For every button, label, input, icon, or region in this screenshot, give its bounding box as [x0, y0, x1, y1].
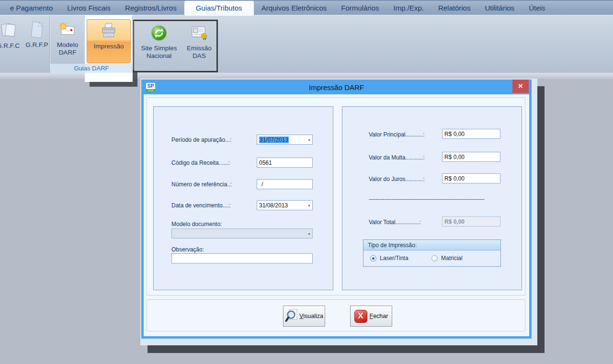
laser-tinta-label: Laser/Tinta — [380, 255, 409, 262]
page-icon — [30, 20, 44, 40]
modelo-darf-label: Modelo DARF — [52, 41, 83, 57]
tab-livros-fiscais[interactable]: Livros Fiscais — [60, 1, 118, 15]
valor-multa-input[interactable]: R$ 0,00 — [442, 152, 500, 162]
ribbon-tab-bar: e Pagamento Livros Fiscais Registros/Liv… — [0, 0, 613, 15]
pages-icon — [0, 21, 18, 41]
radio-matricial[interactable]: Matricial — [431, 255, 463, 262]
grfc-button[interactable]: G.R.F.C — [0, 21, 24, 50]
data-vencimento-combo[interactable]: 31/08/2013 ▼ — [257, 200, 313, 210]
ribbon: G.R.F.C G.R.F.P Modelo DARF — [0, 15, 613, 73]
left-groupbox: Período de apuração...: 31/07/2013 ▼ Cód… — [153, 106, 333, 290]
tab-arquivos-eletronicos[interactable]: Arquivos Eletrônicos — [254, 1, 334, 15]
modelo-documento-label: Modelo documento: — [171, 221, 222, 228]
emissao-das-button[interactable]: Emissão DAS — [183, 23, 216, 60]
valor-total-input: R$ 0,00 — [442, 216, 500, 227]
codigo-receita-input[interactable]: 0561 — [257, 158, 313, 168]
impressao-darf-dialog: SP ICON Impressão DARF × Período de apur… — [141, 80, 532, 339]
radio-laser-tinta[interactable]: Laser/Tinta — [370, 255, 409, 262]
chevron-down-icon: ▼ — [307, 204, 311, 207]
right-groupbox: Valor Principal...........: R$ 0,00 Valo… — [342, 106, 522, 290]
numero-referencia-input[interactable]: / — [257, 179, 313, 189]
vencimento-label: Data de vencimento....: — [171, 202, 230, 209]
envelope-star-icon — [59, 20, 76, 40]
modelo-documento-combo[interactable]: ▼ — [171, 228, 313, 239]
tipo-impressao-groupbox: Tipo de Impressão: Laser/Tinta Matricial — [363, 239, 501, 267]
tab-registros-livros[interactable]: Registros/Livros — [118, 1, 184, 15]
tab-uteis[interactable]: Úteis — [522, 1, 552, 15]
fechar-label: Fechar — [370, 313, 388, 319]
valor-juros-input[interactable]: R$ 0,00 — [442, 173, 500, 183]
visualiza-button[interactable]: Visualiza — [283, 306, 325, 327]
site-simples-label: Site Simples Nacional — [136, 45, 182, 60]
ribbon-group-separator — [132, 17, 133, 70]
valor-juros-label: Valor do Juros...........: — [369, 176, 425, 182]
site-simples-button[interactable]: Site Simples Nacional — [136, 23, 182, 60]
valor-principal-label: Valor Principal...........: — [369, 131, 424, 138]
observacao-input[interactable] — [171, 253, 313, 263]
grfp-label: G.R.F.P — [25, 41, 48, 49]
chevron-down-icon: ▼ — [307, 138, 311, 141]
codigo-value: 0561 — [259, 159, 272, 166]
red-x-icon: X — [354, 310, 367, 323]
visualiza-label: Visualiza — [299, 313, 323, 319]
radio-unselected-icon[interactable] — [431, 255, 438, 262]
ribbon-group-separator — [49, 17, 50, 70]
printer-icon — [100, 21, 118, 41]
periodo-label: Período de apuração...: — [171, 136, 231, 143]
periodo-value: 31/07/2013 — [259, 136, 289, 143]
dialog-titlebar[interactable]: SP ICON Impressão DARF × — [144, 82, 529, 94]
valor-multa-value: R$ 0,00 — [444, 154, 465, 160]
radio-selected-icon[interactable] — [370, 255, 376, 262]
valor-total-label: Valor Total...............: — [369, 219, 421, 226]
bottom-panel: Visualiza X Fechar — [147, 299, 525, 331]
grfp-button[interactable]: G.R.F.P — [23, 20, 51, 49]
dialog-title: Impressão DARF — [144, 83, 529, 91]
tab-relatorios[interactable]: Relatórios — [431, 1, 478, 15]
impressao-label: Impressão — [93, 43, 124, 50]
close-button[interactable]: × — [512, 80, 529, 93]
observacao-label: Observação: — [171, 246, 204, 253]
close-icon: × — [518, 81, 523, 91]
vencimento-value: 31/08/2013 — [259, 202, 288, 209]
valor-principal-input[interactable]: R$ 0,00 — [442, 129, 500, 139]
valor-juros-value: R$ 0,00 — [444, 175, 465, 182]
separator-dashes: ----------------------------------------… — [369, 196, 497, 202]
referencia-value: / — [261, 181, 263, 188]
matricial-label: Matricial — [441, 255, 463, 262]
tab-guias-tributos[interactable]: Guias/Tributos — [184, 0, 254, 16]
valor-total-value: R$ 0,00 — [444, 218, 465, 225]
certificate-icon — [191, 23, 208, 43]
grfc-label: G.R.F.C — [0, 42, 20, 50]
fechar-button[interactable]: X Fechar — [350, 306, 392, 327]
chevron-down-icon: ▼ — [307, 232, 311, 235]
magnifier-icon — [285, 308, 298, 325]
dialog-outer-frame: SP ICON Impressão DARF × Período de apur… — [140, 79, 537, 345]
valor-multa-label: Valor da Multa...........: — [369, 154, 425, 161]
tipo-impressao-header: Tipo de Impressão: — [363, 240, 500, 250]
guias-darf-group-label: Guias DARF — [50, 64, 133, 73]
green-refresh-icon — [150, 23, 168, 43]
modelo-darf-button[interactable]: Modelo DARF — [52, 20, 83, 57]
impressao-button[interactable]: Impressão — [87, 19, 131, 63]
referencia-label: Número de referência..: — [171, 181, 232, 188]
tab-utilitarios[interactable]: Utilitários — [477, 1, 522, 15]
tab-imp-exp[interactable]: Imp./Exp. — [386, 1, 431, 15]
tab-formularios[interactable]: Formulários — [334, 1, 386, 15]
periodo-apuracao-combo[interactable]: 31/07/2013 ▼ — [257, 135, 313, 145]
tab-pagamento[interactable]: e Pagamento — [3, 1, 60, 15]
emissao-das-label: Emissão DAS — [183, 45, 216, 60]
simples-nacional-panel: Site Simples Nacional Emissão DAS — [133, 20, 218, 72]
valor-principal-value: R$ 0,00 — [444, 131, 465, 137]
codigo-label: Código da Receita......: — [171, 159, 230, 166]
